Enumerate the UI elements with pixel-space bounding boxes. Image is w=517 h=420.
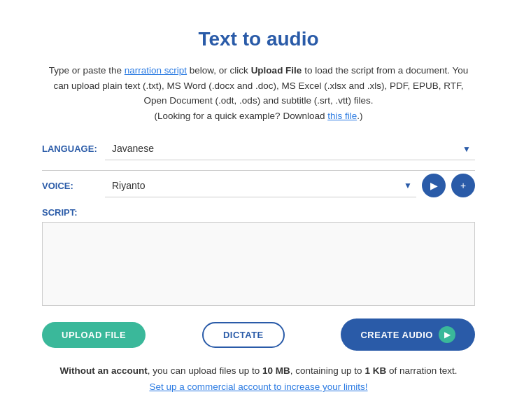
voice-select-wrapper: Riyanto ▼ <box>105 174 416 197</box>
page-title: Text to audio <box>42 28 475 50</box>
create-audio-label: CREATE AUDIO <box>360 330 433 340</box>
footer-text3: of narration text. <box>386 365 457 376</box>
upload-file-strong: Upload File <box>251 65 302 76</box>
voice-controls: ▶ + <box>422 174 475 197</box>
voice-row: VOICE: Riyanto ▼ ▶ + <box>42 174 475 197</box>
language-row: LANGUAGE: Javanese ▼ <box>42 137 475 160</box>
script-textarea[interactable] <box>43 223 474 305</box>
description-text: Type or paste the narration script below… <box>42 63 475 123</box>
create-audio-button[interactable]: CREATE AUDIO ▶ <box>341 318 475 351</box>
voice-label: VOICE: <box>42 181 105 191</box>
footer-text1: , you can upload files up to <box>148 365 262 376</box>
desc-example-prefix: (Looking for a quick example? Download <box>155 111 328 121</box>
upload-file-button[interactable]: UPLOAD FILE <box>42 322 146 348</box>
language-label: LANGUAGE: <box>42 144 105 154</box>
desc-intro: Type or paste the <box>49 65 125 76</box>
script-section: SCRIPT: <box>42 207 475 306</box>
main-container: Text to audio Type or paste the narratio… <box>14 14 503 410</box>
narration-script-link[interactable]: narration script <box>125 65 187 76</box>
footer-limit1: 10 MB <box>262 365 290 376</box>
footer-text2: , containing up to <box>290 365 365 376</box>
action-buttons-row: UPLOAD FILE DICTATE CREATE AUDIO ▶ <box>42 318 475 351</box>
add-voice-button[interactable]: + <box>451 174 475 197</box>
script-label: SCRIPT: <box>42 207 475 218</box>
voice-select[interactable]: Riyanto <box>105 174 416 197</box>
commercial-account-link[interactable]: Set up a commercial account to increase … <box>149 382 367 392</box>
script-textarea-wrapper <box>42 222 475 306</box>
language-select[interactable]: Javanese <box>105 137 475 160</box>
footer-note: Without an account, you can upload files… <box>42 363 475 396</box>
desc-middle: below, or click <box>187 65 251 76</box>
create-audio-play-icon: ▶ <box>439 326 455 343</box>
plus-icon: + <box>460 180 466 191</box>
this-file-link[interactable]: this file <box>327 111 357 121</box>
footer-limit2: 1 KB <box>364 365 386 376</box>
desc-example-suffix: .) <box>357 111 362 121</box>
dictate-button[interactable]: DICTATE <box>202 322 285 348</box>
play-icon: ▶ <box>430 180 438 191</box>
language-select-wrapper: Javanese ▼ <box>105 137 475 160</box>
play-voice-button[interactable]: ▶ <box>422 174 446 197</box>
footer-without-account: Without an account <box>60 365 148 376</box>
